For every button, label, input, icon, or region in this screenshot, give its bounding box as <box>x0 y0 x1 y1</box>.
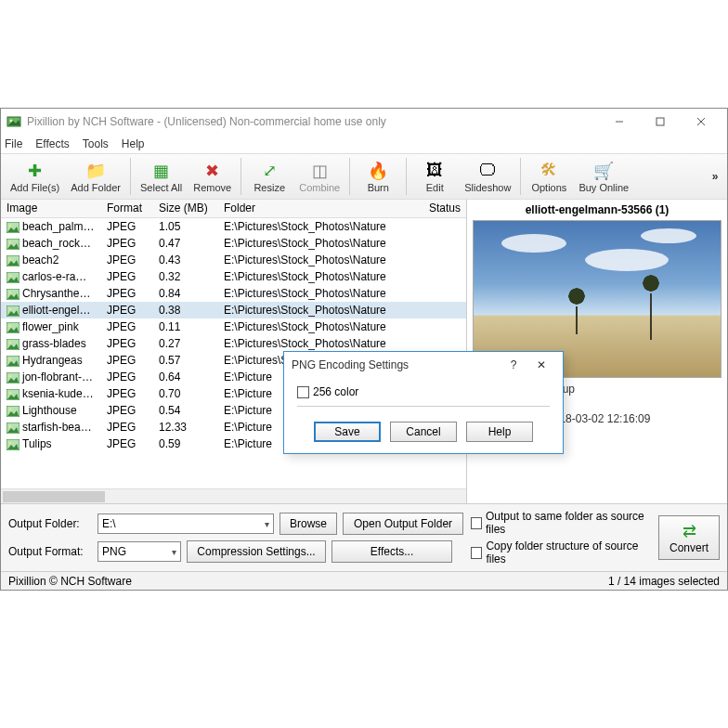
options-button[interactable]: 🛠Options <box>525 155 573 198</box>
minimize-button[interactable] <box>599 109 640 135</box>
table-row[interactable]: carlos-e-ramir...JPEG0.32E:\Pictures\Sto… <box>1 268 466 285</box>
svg-point-31 <box>9 425 12 428</box>
browse-button[interactable]: Browse <box>280 513 337 535</box>
svg-point-33 <box>9 442 12 445</box>
options-icon: 🛠 <box>539 161 559 181</box>
compression-settings-button[interactable]: Compression Settings... <box>187 540 326 563</box>
remove-button[interactable]: ✖Remove <box>188 155 237 198</box>
col-format[interactable]: Format <box>101 200 153 217</box>
add-files-button[interactable]: ✚Add File(s) <box>5 155 65 198</box>
image-file-icon <box>6 322 20 333</box>
file-name: ksenia-kudelki... <box>22 387 101 400</box>
output-folder-combo[interactable]: E:\ <box>98 514 274 534</box>
image-file-icon <box>6 272 20 283</box>
open-output-folder-button[interactable]: Open Output Folder <box>343 513 463 535</box>
file-name: elliott-engelm... <box>22 304 98 317</box>
file-format: JPEG <box>101 318 153 335</box>
file-format: JPEG <box>101 369 153 385</box>
output-format-combo[interactable]: PNG <box>98 541 181 562</box>
separator <box>240 158 241 195</box>
table-row[interactable]: beach_palm_t...JPEG1.05E:\Pictures\Stock… <box>1 218 466 235</box>
col-size[interactable]: Size (MB) <box>153 200 218 217</box>
scrollbar-thumb[interactable] <box>3 491 105 502</box>
file-format: JPEG <box>101 302 153 318</box>
table-row[interactable]: flower_pinkJPEG0.11E:\Pictures\Stock_Pho… <box>1 318 466 335</box>
slideshow-button[interactable]: 🖵Slideshow <box>459 155 516 198</box>
output-same-folder-checkbox[interactable]: Output to same folder as source files <box>471 510 651 536</box>
col-image[interactable]: Image <box>1 200 101 217</box>
svg-point-27 <box>9 392 12 395</box>
col-folder[interactable]: Folder <box>218 200 420 217</box>
file-format: JPEG <box>101 218 153 235</box>
file-name: beach_palm_t... <box>22 220 101 233</box>
file-name: starfish-beach... <box>22 421 101 434</box>
separator <box>349 158 350 195</box>
horizontal-scrollbar[interactable] <box>1 488 466 503</box>
file-format: JPEG <box>101 335 153 352</box>
image-file-icon <box>6 255 20 266</box>
edit-button[interactable]: 🖼Edit <box>410 155 459 198</box>
file-status <box>420 225 466 228</box>
table-row[interactable]: grass-bladesJPEG0.27E:\Pictures\Stock_Ph… <box>1 335 466 352</box>
folder-plus-icon: 📁 <box>85 161 106 181</box>
file-size: 0.43 <box>153 252 218 268</box>
cart-icon: 🛒 <box>593 161 614 181</box>
app-window: Pixillion by NCH Software - (Unlicensed)… <box>0 108 728 591</box>
svg-point-15 <box>9 292 12 294</box>
file-format: JPEG <box>101 402 153 419</box>
menu-tools[interactable]: Tools <box>83 137 109 150</box>
file-folder: E:\Pictures\Stock_Photos\Nature <box>218 268 420 285</box>
copy-folder-structure-checkbox[interactable]: Copy folder structure of source files <box>471 540 651 566</box>
file-status <box>420 292 466 295</box>
dialog-save-button[interactable]: Save <box>314 422 381 442</box>
app-icon <box>6 114 21 129</box>
file-name: flower_pink <box>22 320 79 333</box>
effects-button[interactable]: Effects... <box>332 540 452 563</box>
image-file-icon <box>6 439 20 450</box>
image-file-icon <box>6 339 20 350</box>
menu-help[interactable]: Help <box>122 137 145 150</box>
256-color-checkbox[interactable]: 256 color <box>297 385 550 398</box>
checkbox-icon <box>471 517 482 529</box>
table-row[interactable]: ChrysanthemumJPEG0.84E:\Pictures\Stock_P… <box>1 285 466 302</box>
select-all-icon: ▦ <box>151 161 172 181</box>
file-folder: E:\Pictures\Stock_Photos\Nature <box>218 318 420 335</box>
convert-button[interactable]: ⇄ Convert <box>658 515 720 560</box>
svg-point-19 <box>9 325 12 328</box>
status-selection-count: 1 / 14 images selected <box>608 575 720 588</box>
window-title: Pixillion by NCH Software - (Unlicensed)… <box>27 115 599 128</box>
file-size: 0.57 <box>153 352 218 369</box>
close-button[interactable] <box>681 109 722 135</box>
table-row[interactable]: beach_rocks_...JPEG0.47E:\Pictures\Stock… <box>1 235 466 252</box>
select-all-button[interactable]: ▦Select All <box>135 155 188 198</box>
toolbar-overflow-button[interactable]: » <box>707 170 723 183</box>
combine-button[interactable]: ◫Combine <box>293 155 345 198</box>
separator <box>297 406 550 407</box>
file-name: beach_rocks_... <box>22 237 101 250</box>
buy-online-button[interactable]: 🛒Buy Online <box>573 155 634 198</box>
file-name: jon-flobrant-6... <box>22 370 98 384</box>
table-row[interactable]: elliott-engelm...JPEG0.38E:\Pictures\Sto… <box>1 302 466 318</box>
png-encoding-dialog: PNG Encoding Settings ? ✕ 256 color Save… <box>283 351 564 454</box>
dialog-cancel-button[interactable]: Cancel <box>390 422 457 442</box>
svg-point-29 <box>9 409 12 411</box>
col-status[interactable]: Status <box>420 200 466 217</box>
burn-button[interactable]: 🔥Burn <box>354 155 402 198</box>
menu-effects[interactable]: Effects <box>35 137 69 150</box>
dialog-help-button-footer[interactable]: Help <box>466 422 533 442</box>
image-file-icon <box>6 372 20 384</box>
svg-rect-3 <box>656 118 664 125</box>
image-file-icon <box>6 389 20 400</box>
file-folder: E:\Pictures\Stock_Photos\Nature <box>218 285 420 302</box>
dialog-help-button[interactable]: ? <box>500 358 527 371</box>
resize-button[interactable]: ⤢Resize <box>245 155 293 198</box>
menu-file[interactable]: File <box>5 137 22 150</box>
titlebar: Pixillion by NCH Software - (Unlicensed)… <box>1 109 727 135</box>
add-folder-button[interactable]: 📁Add Folder <box>65 155 126 198</box>
table-row[interactable]: beach2JPEG0.43E:\Pictures\Stock_Photos\N… <box>1 252 466 268</box>
separator <box>130 158 131 195</box>
output-folder-label: Output Folder: <box>8 517 92 530</box>
dialog-close-button[interactable]: ✕ <box>527 358 555 371</box>
maximize-button[interactable] <box>640 109 681 135</box>
output-format-label: Output Format: <box>8 545 92 558</box>
